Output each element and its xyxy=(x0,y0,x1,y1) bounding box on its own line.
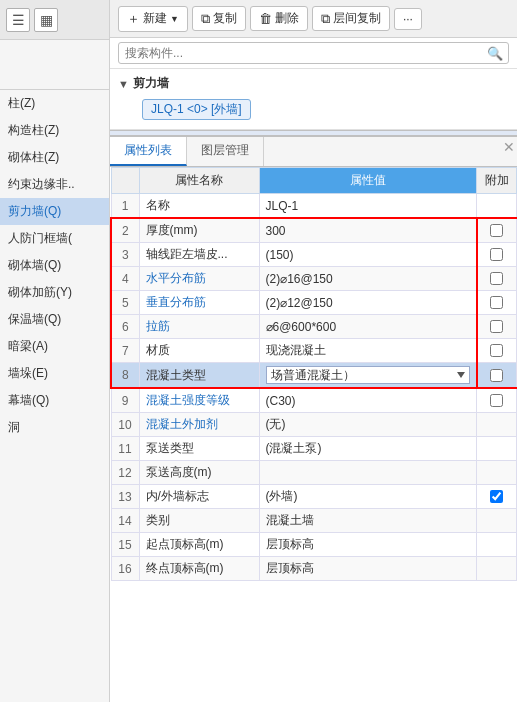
table-row: 3轴线距左墙皮...(150) xyxy=(111,243,517,267)
attr-val-cell: ⌀6@600*600 xyxy=(259,315,477,339)
tab-props-list[interactable]: 属性列表 xyxy=(110,137,187,166)
sidebar-item-11[interactable]: 幕墙(Q) xyxy=(0,387,109,414)
attr-val-cell: 300 xyxy=(259,218,477,243)
tab-layer-manage[interactable]: 图层管理 xyxy=(187,137,264,166)
table-row: 11泵送类型(混凝土泵) xyxy=(111,437,517,461)
attr-name-cell: 泵送高度(m) xyxy=(139,461,259,485)
table-row: 2厚度(mm)300 xyxy=(111,218,517,243)
add-checkbox[interactable] xyxy=(490,320,503,333)
attr-name-cell: 混凝土外加剂 xyxy=(139,413,259,437)
attr-add-cell xyxy=(477,194,517,219)
table-row: 8混凝土类型场普通混凝土） xyxy=(111,363,517,389)
col-num-header xyxy=(111,168,139,194)
trash-icon: 🗑 xyxy=(259,11,272,26)
main-panel: ＋ 新建 ▼ ⧉ 复制 🗑 删除 ⧉ 层间复制 ··· 🔍 ▼ 剪力墙 xyxy=(110,0,517,702)
add-checkbox[interactable] xyxy=(490,369,503,382)
tree-item[interactable]: JLQ-1 <0> [外墙] xyxy=(118,96,509,123)
sidebar-item-5[interactable]: 人防门框墙( xyxy=(0,225,109,252)
new-button[interactable]: ＋ 新建 ▼ xyxy=(118,6,188,32)
row-num-cell: 2 xyxy=(111,218,139,243)
tree-item-tag[interactable]: JLQ-1 <0> [外墙] xyxy=(142,99,251,120)
attr-add-cell xyxy=(477,533,517,557)
sidebar-item-6[interactable]: 砌体墙(Q) xyxy=(0,252,109,279)
add-checkbox[interactable] xyxy=(490,344,503,357)
row-num-cell: 8 xyxy=(111,363,139,389)
add-checkbox[interactable] xyxy=(490,296,503,309)
grid-view-icon[interactable]: ▦ xyxy=(34,8,58,32)
row-num-cell: 7 xyxy=(111,339,139,363)
list-view-icon[interactable]: ☰ xyxy=(6,8,30,32)
search-input[interactable] xyxy=(118,42,509,64)
attr-val-cell: 层顶标高 xyxy=(259,557,477,581)
sidebar-item-7[interactable]: 砌体加筋(Y) xyxy=(0,279,109,306)
attr-val-cell: (外墙) xyxy=(259,485,477,509)
table-row: 6拉筋⌀6@600*600 xyxy=(111,315,517,339)
row-num-cell: 10 xyxy=(111,413,139,437)
col-name-header: 属性名称 xyxy=(139,168,259,194)
add-checkbox[interactable] xyxy=(490,394,503,407)
row-num-cell: 9 xyxy=(111,388,139,413)
more-button[interactable]: ··· xyxy=(394,8,422,30)
attr-name-cell: 泵送类型 xyxy=(139,437,259,461)
delete-button[interactable]: 🗑 删除 xyxy=(250,6,308,31)
search-icon: 🔍 xyxy=(487,46,503,61)
copy-button[interactable]: ⧉ 复制 xyxy=(192,6,246,31)
new-dropdown-arrow[interactable]: ▼ xyxy=(170,14,179,24)
attr-add-cell xyxy=(477,509,517,533)
sidebar-item-3[interactable]: 约束边缘非.. xyxy=(0,171,109,198)
sidebar-item-4[interactable]: 剪力墙(Q) xyxy=(0,198,109,225)
layer-copy-button[interactable]: ⧉ 层间复制 xyxy=(312,6,390,31)
copy-icon: ⧉ xyxy=(201,11,210,27)
attr-add-cell xyxy=(477,557,517,581)
sidebar-item-2[interactable]: 砌体柱(Z) xyxy=(0,144,109,171)
add-checkbox[interactable] xyxy=(490,272,503,285)
table-row: 16终点顶标高(m)层顶标高 xyxy=(111,557,517,581)
attr-name-cell: 内/外墙标志 xyxy=(139,485,259,509)
row-num-cell: 1 xyxy=(111,194,139,219)
row-num-cell: 15 xyxy=(111,533,139,557)
layer-copy-icon: ⧉ xyxy=(321,11,330,27)
props-panel: ✕ 属性列表 图层管理 属性名称 属性值 附加 1名称JLQ-12厚度(mm)3… xyxy=(110,136,517,702)
add-checkbox[interactable] xyxy=(490,490,503,503)
sidebar-item-9[interactable]: 暗梁(A) xyxy=(0,333,109,360)
table-row: 12泵送高度(m) xyxy=(111,461,517,485)
sidebar-toolbar: ☰ ▦ xyxy=(0,0,109,40)
sidebar-item-12[interactable]: 洞 xyxy=(0,414,109,441)
sidebar-item-1[interactable]: 构造柱(Z) xyxy=(0,117,109,144)
attr-val-cell: (150) xyxy=(259,243,477,267)
props-tabs: 属性列表 图层管理 xyxy=(110,137,517,167)
table-row: 1名称JLQ-1 xyxy=(111,194,517,219)
attr-add-cell xyxy=(477,218,517,243)
concrete-type-select[interactable]: 场普通混凝土） xyxy=(266,366,470,384)
table-row: 9混凝土强度等级(C30) xyxy=(111,388,517,413)
attr-val-cell[interactable]: 场普通混凝土） xyxy=(259,363,477,389)
attr-name-cell: 轴线距左墙皮... xyxy=(139,243,259,267)
new-icon: ＋ xyxy=(127,10,140,28)
attr-val-cell: 层顶标高 xyxy=(259,533,477,557)
table-row: 15起点顶标高(m)层顶标高 xyxy=(111,533,517,557)
sidebar-item-10[interactable]: 墙垛(E) xyxy=(0,360,109,387)
tree-area: ▼ 剪力墙 JLQ-1 <0> [外墙] xyxy=(110,69,517,130)
attr-add-cell xyxy=(477,461,517,485)
attr-val-cell: 混凝土墙 xyxy=(259,509,477,533)
attr-val-cell: (混凝土泵) xyxy=(259,437,477,461)
attr-val-cell: (2)⌀16@150 xyxy=(259,267,477,291)
sidebar-item-8[interactable]: 保温墙(Q) xyxy=(0,306,109,333)
attr-name-cell: 垂直分布筋 xyxy=(139,291,259,315)
attr-val-cell: (C30) xyxy=(259,388,477,413)
tree-group-label: 剪力墙 xyxy=(133,75,169,92)
add-checkbox[interactable] xyxy=(490,248,503,261)
add-checkbox[interactable] xyxy=(490,224,503,237)
attr-val-cell: JLQ-1 xyxy=(259,194,477,219)
table-row: 13内/外墙标志(外墙) xyxy=(111,485,517,509)
search-bar: 🔍 xyxy=(110,38,517,69)
tree-arrow-icon[interactable]: ▼ xyxy=(118,78,129,90)
sidebar-item-0[interactable]: 柱(Z) xyxy=(0,90,109,117)
close-icon[interactable]: ✕ xyxy=(503,139,515,155)
col-val-header: 属性值 xyxy=(259,168,477,194)
attr-name-cell: 水平分布筋 xyxy=(139,267,259,291)
row-num-cell: 6 xyxy=(111,315,139,339)
attr-val-cell xyxy=(259,461,477,485)
row-num-cell: 12 xyxy=(111,461,139,485)
attr-add-cell xyxy=(477,413,517,437)
